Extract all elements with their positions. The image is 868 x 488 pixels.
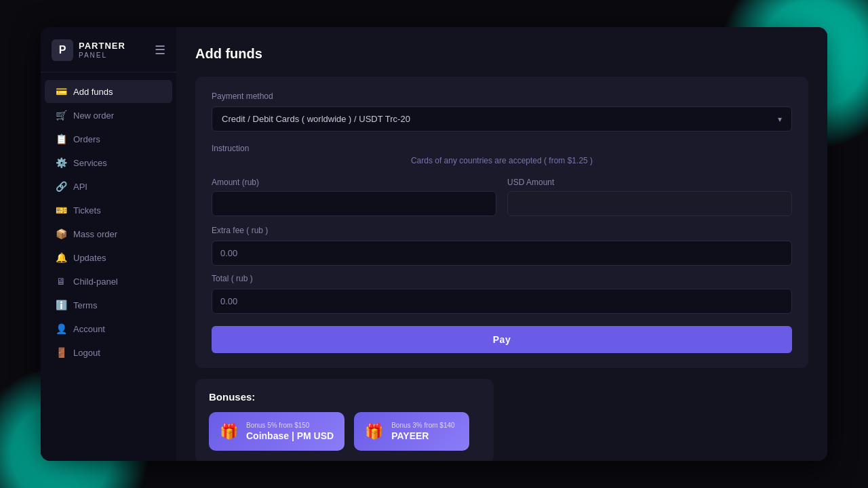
new-order-icon: 🛒 [56,110,66,121]
logo-text: PARTNER PANEL [79,41,125,60]
sidebar-item-label: New order [73,110,114,121]
extra-fee-input[interactable] [212,241,792,266]
bonus-info-coinbase: Bonus 5% from $150 Coinbase | PM USD [246,422,334,441]
total-field: Total ( rub ) [212,274,792,314]
sidebar-item-label: Logout [73,348,100,358]
account-icon: 👤 [56,323,66,334]
terms-icon: ℹ️ [56,300,66,310]
sidebar-item-label: Add funds [73,87,113,97]
total-input[interactable] [212,289,792,314]
mass-order-icon: 📦 [56,228,66,239]
sidebar-item-label: Mass order [73,229,117,239]
total-label: Total ( rub ) [212,274,792,283]
hamburger-icon[interactable]: ☰ [155,43,165,58]
amount-rub-input[interactable] [212,191,496,216]
amount-rub-group: Amount (rub) [212,178,496,216]
sidebar-item-label: API [73,182,87,192]
bonuses-title: Bonuses: [209,391,480,403]
instruction-label: Instruction [212,144,792,153]
sidebar-logo-area: P PARTNER PANEL ☰ [41,27,176,73]
usd-amount-label: USD Amount [507,178,792,187]
payment-method-dropdown[interactable]: Credit / Debit Cards ( worldwide ) / USD… [212,106,792,131]
sidebar-item-logout[interactable]: 🚪 Logout [45,341,172,364]
usd-amount-group: USD Amount [507,178,792,216]
sidebar-item-account[interactable]: 👤 Account [45,317,172,340]
pay-button[interactable]: Pay [212,326,792,353]
bonus-name-payeer: PAYEER [391,430,454,441]
add-funds-card: Payment method Credit / Debit Cards ( wo… [195,77,808,368]
sidebar-item-mass-order[interactable]: 📦 Mass order [45,222,172,245]
bonus-name-coinbase: Coinbase | PM USD [246,430,334,441]
sidebar-item-updates[interactable]: 🔔 Updates [45,246,172,269]
logo-area: P PARTNER PANEL [52,39,125,61]
bonus-gift-icon-1: 🎁 [365,423,383,441]
sidebar-item-tickets[interactable]: 🎫 Tickets [45,199,172,222]
bonus-items-list: 🎁 Bonus 5% from $150 Coinbase | PM USD 🎁… [209,412,480,451]
amount-row: Amount (rub) USD Amount [212,178,792,216]
extra-fee-label: Extra fee ( rub ) [212,226,792,235]
bonuses-card: Bonuses: 🎁 Bonus 5% from $150 Coinbase |… [195,379,494,461]
sidebar-item-new-order[interactable]: 🛒 New order [45,104,172,127]
tickets-icon: 🎫 [56,205,66,216]
sidebar-item-label: Account [73,324,105,334]
sidebar-item-label: Child-panel [73,277,118,287]
updates-icon: 🔔 [56,252,66,263]
orders-icon: 📋 [56,134,66,144]
sidebar-item-label: Terms [73,300,97,310]
sidebar-item-services[interactable]: ⚙️ Services [45,151,172,174]
bonus-gift-icon-0: 🎁 [220,423,238,441]
amount-rub-label: Amount (rub) [212,178,496,187]
sidebar-item-label: Tickets [73,205,101,216]
sidebar: P PARTNER PANEL ☰ 💳 Add funds 🛒 New orde… [41,27,176,461]
sidebar-item-api[interactable]: 🔗 API [45,175,172,198]
logo-icon: P [52,39,73,61]
payment-method-value: Credit / Debit Cards ( worldwide ) / USD… [222,114,410,124]
bonus-item-payeer[interactable]: 🎁 Bonus 3% from $140 PAYEER [354,412,469,451]
sidebar-item-add-funds[interactable]: 💳 Add funds [45,80,172,103]
app-container: P PARTNER PANEL ☰ 💳 Add funds 🛒 New orde… [41,27,827,461]
sidebar-item-label: Services [73,158,107,168]
sidebar-nav: 💳 Add funds 🛒 New order 📋 Orders ⚙️ Serv… [41,73,176,461]
add-funds-icon: 💳 [56,86,66,97]
chevron-down-icon: ▾ [778,115,782,124]
sidebar-item-orders[interactable]: 📋 Orders [45,127,172,150]
bonus-sub-coinbase: Bonus 5% from $150 [246,422,334,429]
bonus-info-payeer: Bonus 3% from $140 PAYEER [391,422,454,441]
sidebar-item-label: Updates [73,253,106,263]
instruction-text: Cards of any countries are accepted ( fr… [212,156,792,165]
child-panel-icon: 🖥 [56,276,66,287]
sidebar-item-label: Orders [73,134,100,144]
payment-method-label: Payment method [212,92,792,101]
main-content: Add funds Payment method Credit / Debit … [176,27,827,461]
page-title: Add funds [195,46,808,62]
extra-fee-field: Extra fee ( rub ) [212,226,792,266]
api-icon: 🔗 [56,181,66,192]
sidebar-item-terms[interactable]: ℹ️ Terms [45,293,172,317]
bonus-sub-payeer: Bonus 3% from $140 [391,422,454,429]
sidebar-item-child-panel[interactable]: 🖥 Child-panel [45,270,172,293]
usd-amount-input[interactable] [507,191,792,216]
bonus-item-coinbase[interactable]: 🎁 Bonus 5% from $150 Coinbase | PM USD [209,412,344,451]
logout-icon: 🚪 [56,347,66,358]
services-icon: ⚙️ [56,157,66,168]
